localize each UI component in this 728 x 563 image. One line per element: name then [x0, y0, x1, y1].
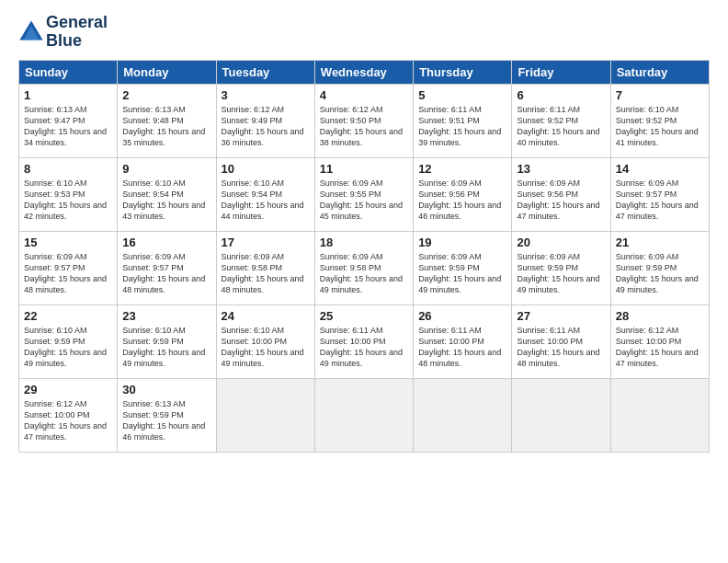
calendar-cell: 23 Sunrise: 6:10 AM Sunset: 9:59 PM Dayl… — [118, 304, 216, 378]
calendar-cell: 2 Sunrise: 6:13 AM Sunset: 9:48 PM Dayli… — [118, 84, 216, 157]
logo-text: General Blue — [46, 14, 108, 51]
day-number: 20 — [517, 236, 605, 249]
calendar-header-monday: Monday — [118, 60, 216, 84]
calendar-cell: 18 Sunrise: 6:09 AM Sunset: 9:58 PM Dayl… — [314, 231, 413, 304]
day-info: Sunrise: 6:11 AM Sunset: 9:52 PM Dayligh… — [517, 104, 605, 149]
day-number: 17 — [222, 236, 310, 249]
calendar-cell: 11 Sunrise: 6:09 AM Sunset: 9:55 PM Dayl… — [314, 157, 413, 231]
day-info: Sunrise: 6:09 AM Sunset: 9:57 PM Dayligh… — [616, 178, 704, 223]
day-info: Sunrise: 6:10 AM Sunset: 9:54 PM Dayligh… — [222, 178, 310, 223]
calendar-cell: 1 Sunrise: 6:13 AM Sunset: 9:47 PM Dayli… — [19, 84, 118, 157]
logo-icon — [18, 19, 44, 45]
day-info: Sunrise: 6:10 AM Sunset: 9:52 PM Dayligh… — [616, 104, 704, 149]
day-number: 5 — [418, 88, 506, 102]
day-number: 8 — [24, 162, 112, 176]
day-number: 18 — [320, 236, 408, 249]
day-info: Sunrise: 6:12 AM Sunset: 9:49 PM Dayligh… — [222, 104, 310, 149]
calendar-header-sunday: Sunday — [19, 60, 118, 84]
calendar-cell: 7 Sunrise: 6:10 AM Sunset: 9:52 PM Dayli… — [610, 84, 709, 157]
day-number: 23 — [122, 309, 210, 323]
calendar-cell: 27 Sunrise: 6:11 AM Sunset: 10:00 PM Day… — [512, 304, 610, 378]
calendar-cell — [610, 378, 709, 452]
day-number: 22 — [24, 309, 112, 323]
day-info: Sunrise: 6:10 AM Sunset: 9:53 PM Dayligh… — [24, 178, 112, 223]
day-info: Sunrise: 6:09 AM Sunset: 9:57 PM Dayligh… — [122, 251, 210, 296]
calendar-cell: 5 Sunrise: 6:11 AM Sunset: 9:51 PM Dayli… — [414, 84, 512, 157]
day-number: 26 — [418, 309, 506, 323]
calendar-cell: 13 Sunrise: 6:09 AM Sunset: 9:56 PM Dayl… — [512, 157, 610, 231]
day-number: 28 — [616, 309, 704, 323]
calendar-cell: 19 Sunrise: 6:09 AM Sunset: 9:59 PM Dayl… — [414, 231, 512, 304]
day-info: Sunrise: 6:10 AM Sunset: 10:00 PM Daylig… — [222, 325, 310, 370]
logo: General Blue — [18, 14, 108, 51]
day-info: Sunrise: 6:11 AM Sunset: 9:51 PM Dayligh… — [418, 104, 506, 149]
day-info: Sunrise: 6:11 AM Sunset: 10:00 PM Daylig… — [418, 325, 506, 370]
calendar-header-row: SundayMondayTuesdayWednesdayThursdayFrid… — [19, 60, 710, 84]
calendar-week-1: 8 Sunrise: 6:10 AM Sunset: 9:53 PM Dayli… — [19, 157, 710, 231]
day-number: 30 — [122, 383, 210, 396]
calendar-cell: 3 Sunrise: 6:12 AM Sunset: 9:49 PM Dayli… — [216, 84, 314, 157]
day-info: Sunrise: 6:09 AM Sunset: 9:58 PM Dayligh… — [222, 251, 310, 296]
day-number: 14 — [616, 162, 704, 176]
day-info: Sunrise: 6:12 AM Sunset: 10:00 PM Daylig… — [616, 325, 704, 370]
calendar-week-2: 15 Sunrise: 6:09 AM Sunset: 9:57 PM Dayl… — [19, 231, 710, 304]
day-number: 6 — [517, 88, 605, 102]
day-info: Sunrise: 6:10 AM Sunset: 9:54 PM Dayligh… — [122, 178, 210, 223]
day-number: 15 — [24, 236, 112, 249]
day-info: Sunrise: 6:09 AM Sunset: 9:56 PM Dayligh… — [517, 178, 605, 223]
day-info: Sunrise: 6:11 AM Sunset: 10:00 PM Daylig… — [320, 325, 408, 370]
day-info: Sunrise: 6:12 AM Sunset: 9:50 PM Dayligh… — [320, 104, 408, 149]
day-info: Sunrise: 6:09 AM Sunset: 9:58 PM Dayligh… — [320, 251, 408, 296]
day-number: 7 — [616, 88, 704, 102]
calendar-cell — [314, 378, 413, 452]
day-number: 9 — [122, 162, 210, 176]
day-number: 12 — [418, 162, 506, 176]
day-info: Sunrise: 6:13 AM Sunset: 9:47 PM Dayligh… — [24, 104, 112, 149]
calendar-table: SundayMondayTuesdayWednesdayThursdayFrid… — [18, 60, 710, 453]
day-info: Sunrise: 6:09 AM Sunset: 9:59 PM Dayligh… — [616, 251, 704, 296]
day-info: Sunrise: 6:13 AM Sunset: 9:48 PM Dayligh… — [122, 104, 210, 149]
calendar-header-saturday: Saturday — [610, 60, 709, 84]
calendar-week-4: 29 Sunrise: 6:12 AM Sunset: 10:00 PM Day… — [19, 378, 710, 452]
calendar-cell: 22 Sunrise: 6:10 AM Sunset: 9:59 PM Dayl… — [19, 304, 118, 378]
calendar-cell: 4 Sunrise: 6:12 AM Sunset: 9:50 PM Dayli… — [314, 84, 413, 157]
day-info: Sunrise: 6:11 AM Sunset: 10:00 PM Daylig… — [517, 325, 605, 370]
day-info: Sunrise: 6:12 AM Sunset: 10:00 PM Daylig… — [24, 398, 112, 443]
day-number: 11 — [320, 162, 408, 176]
day-info: Sunrise: 6:09 AM Sunset: 9:56 PM Dayligh… — [418, 178, 506, 223]
day-info: Sunrise: 6:10 AM Sunset: 9:59 PM Dayligh… — [24, 325, 112, 370]
day-number: 19 — [418, 236, 506, 249]
calendar-cell: 10 Sunrise: 6:10 AM Sunset: 9:54 PM Dayl… — [216, 157, 314, 231]
page: General Blue SundayMondayTuesdayWednesda… — [0, 0, 728, 563]
calendar-cell: 29 Sunrise: 6:12 AM Sunset: 10:00 PM Day… — [19, 378, 118, 452]
calendar-cell: 16 Sunrise: 6:09 AM Sunset: 9:57 PM Dayl… — [118, 231, 216, 304]
day-number: 3 — [222, 88, 310, 102]
calendar-header-thursday: Thursday — [414, 60, 512, 84]
day-number: 4 — [320, 88, 408, 102]
day-number: 21 — [616, 236, 704, 249]
calendar-cell: 14 Sunrise: 6:09 AM Sunset: 9:57 PM Dayl… — [610, 157, 709, 231]
day-number: 25 — [320, 309, 408, 323]
calendar-cell: 17 Sunrise: 6:09 AM Sunset: 9:58 PM Dayl… — [216, 231, 314, 304]
calendar-header-tuesday: Tuesday — [216, 60, 314, 84]
day-info: Sunrise: 6:10 AM Sunset: 9:59 PM Dayligh… — [122, 325, 210, 370]
calendar-cell: 24 Sunrise: 6:10 AM Sunset: 10:00 PM Day… — [216, 304, 314, 378]
calendar-cell — [414, 378, 512, 452]
day-number: 29 — [24, 383, 112, 396]
calendar-header-friday: Friday — [512, 60, 610, 84]
calendar-cell: 28 Sunrise: 6:12 AM Sunset: 10:00 PM Day… — [610, 304, 709, 378]
day-info: Sunrise: 6:13 AM Sunset: 9:59 PM Dayligh… — [122, 398, 210, 443]
day-number: 27 — [517, 309, 605, 323]
calendar-cell: 12 Sunrise: 6:09 AM Sunset: 9:56 PM Dayl… — [414, 157, 512, 231]
header: General Blue — [18, 14, 710, 51]
day-info: Sunrise: 6:09 AM Sunset: 9:59 PM Dayligh… — [418, 251, 506, 296]
calendar-cell: 25 Sunrise: 6:11 AM Sunset: 10:00 PM Day… — [314, 304, 413, 378]
calendar-cell: 30 Sunrise: 6:13 AM Sunset: 9:59 PM Dayl… — [118, 378, 216, 452]
day-number: 16 — [122, 236, 210, 249]
calendar-cell: 20 Sunrise: 6:09 AM Sunset: 9:59 PM Dayl… — [512, 231, 610, 304]
day-info: Sunrise: 6:09 AM Sunset: 9:59 PM Dayligh… — [517, 251, 605, 296]
calendar-header-wednesday: Wednesday — [314, 60, 413, 84]
calendar-cell: 8 Sunrise: 6:10 AM Sunset: 9:53 PM Dayli… — [19, 157, 118, 231]
day-number: 1 — [24, 88, 112, 102]
calendar-cell: 26 Sunrise: 6:11 AM Sunset: 10:00 PM Day… — [414, 304, 512, 378]
